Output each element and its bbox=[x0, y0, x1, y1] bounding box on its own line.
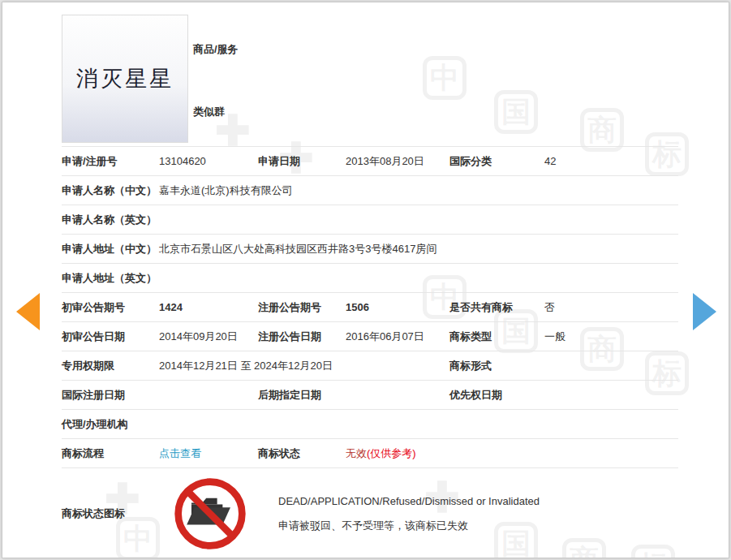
trademark-image: 消灭星星 bbox=[62, 15, 188, 143]
status-value: 无效 bbox=[346, 447, 367, 459]
next-arrow-button[interactable] bbox=[693, 293, 716, 330]
table-row: 申请人名称（英文） bbox=[62, 205, 678, 235]
status-description: DEAD/APPLICATION/Refused/Dismissed or In… bbox=[278, 489, 540, 539]
agency-label: 代理/办理机构 bbox=[62, 417, 159, 432]
intl-class-label: 国际分类 bbox=[449, 154, 544, 169]
reg-no-label: 申请/注册号 bbox=[62, 154, 159, 169]
addr-en-label: 申请人地址（英文） bbox=[62, 271, 159, 286]
goods-services-label: 商品/服务 bbox=[193, 42, 239, 57]
term-label: 专用权期限 bbox=[62, 359, 159, 373]
term-value: 2014年12月21日 至 2024年12月20日 bbox=[159, 359, 449, 373]
tm-form-label: 商标形式 bbox=[449, 359, 544, 373]
status-note: (仅供参考) bbox=[367, 447, 416, 459]
reg-gazette-date-value: 2016年06月07日 bbox=[346, 330, 449, 344]
tm-type-value: 一般 bbox=[544, 330, 678, 344]
table-row: 申请人地址（英文） bbox=[62, 264, 678, 293]
prelim-no-label: 初审公告期号 bbox=[62, 300, 159, 315]
reg-gazette-no-label: 注册公告期号 bbox=[258, 300, 346, 315]
header-section: 消灭星星 商品/服务 类似群 bbox=[62, 12, 678, 147]
table-row: 初审公告日期 2014年09月20日 注册公告日期 2016年06月07日 商标… bbox=[62, 322, 678, 351]
table-row: 申请/注册号 13104620 申请日期 2013年08月20日 国际分类 42 bbox=[62, 147, 678, 176]
table-row: 申请人名称（中文） 嘉丰永道(北京)科技有限公司 bbox=[62, 176, 678, 205]
is-shared-value: 否 bbox=[544, 300, 678, 315]
trademark-detail-card: 中 国 商 标 中 国 商 标 中 国 商 标 ✚ ✚ ✚ ✚ 消灭星星 商品/… bbox=[2, 2, 729, 558]
status-value-group: 无效(仅供参考) bbox=[346, 446, 678, 461]
applicant-cn-value: 嘉丰永道(北京)科技有限公司 bbox=[159, 183, 678, 198]
table-row: 国际注册日期 后期指定日期 优先权日期 bbox=[62, 381, 678, 410]
dead-trademark-prohibited-folder-icon bbox=[171, 475, 249, 553]
process-label: 商标流程 bbox=[62, 446, 159, 461]
previous-arrow-button[interactable] bbox=[16, 293, 40, 330]
trademark-detail-table: 消灭星星 商品/服务 类似群 申请/注册号 13104620 申请日期 2013… bbox=[62, 12, 678, 558]
intl-class-value: 42 bbox=[544, 155, 678, 167]
priority-date-label: 优先权日期 bbox=[449, 388, 544, 403]
table-row: 初审公告期号 1424 注册公告期号 1506 是否共有商标 否 bbox=[62, 293, 678, 322]
status-icon-label: 商标状态图标 bbox=[62, 506, 159, 521]
status-description-en: DEAD/APPLICATION/Refused/Dismissed or In… bbox=[278, 490, 540, 513]
later-designation-date-label: 后期指定日期 bbox=[258, 388, 346, 403]
prelim-date-label: 初审公告日期 bbox=[62, 330, 159, 344]
applicant-en-label: 申请人名称（英文） bbox=[62, 213, 159, 227]
status-label: 商标状态 bbox=[258, 446, 346, 461]
table-row: 商标流程 点击查看 商标状态 无效(仅供参考) bbox=[62, 439, 678, 468]
similar-group-label: 类似群 bbox=[193, 105, 225, 119]
app-date-value: 2013年08月20日 bbox=[346, 154, 449, 169]
app-date-label: 申请日期 bbox=[258, 154, 346, 169]
trademark-image-text: 消灭星星 bbox=[76, 64, 174, 93]
reg-gazette-date-label: 注册公告日期 bbox=[258, 330, 346, 344]
status-description-cn: 申请被驳回、不予受理等，该商标已失效 bbox=[278, 515, 540, 537]
addr-cn-value: 北京市石景山区八大处高科技园区西井路3号3号楼4617房间 bbox=[159, 242, 678, 256]
intl-reg-date-label: 国际注册日期 bbox=[62, 388, 159, 403]
addr-cn-label: 申请人地址（中文） bbox=[62, 242, 159, 256]
is-shared-label: 是否共有商标 bbox=[449, 300, 544, 315]
prelim-no-value: 1424 bbox=[159, 301, 258, 313]
table-row: 申请人地址（中文） 北京市石景山区八大处高科技园区西井路3号3号楼4617房间 bbox=[62, 235, 678, 264]
process-view-link[interactable]: 点击查看 bbox=[159, 446, 258, 461]
prelim-date-value: 2014年09月20日 bbox=[159, 330, 258, 344]
tm-type-label: 商标类型 bbox=[449, 330, 544, 344]
reg-no-value: 13104620 bbox=[159, 155, 258, 167]
applicant-cn-label: 申请人名称（中文） bbox=[62, 183, 159, 198]
table-row: 代理/办理机构 bbox=[62, 410, 678, 439]
table-row: 专用权期限 2014年12月21日 至 2024年12月20日 商标形式 bbox=[62, 351, 678, 381]
reg-gazette-no-value: 1506 bbox=[346, 301, 449, 313]
status-icon-row: 商标状态图标 DEAD/APPLICATION/Refused/Dismisse… bbox=[62, 468, 678, 558]
